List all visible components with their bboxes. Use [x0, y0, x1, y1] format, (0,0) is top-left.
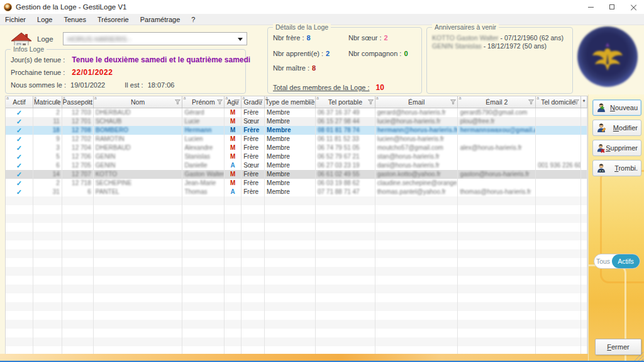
cell-email2: hermannswaxou@gmail.ai — [458, 126, 536, 135]
filter-icon[interactable] — [217, 99, 223, 105]
stat-soeur: Nbr sœur :2 — [348, 34, 388, 42]
action-panel: Nouveau Modifier Supprimer — [588, 94, 644, 362]
cell-email: lucie@horus-harieris.fr — [375, 117, 458, 126]
checkmark-icon: ✓ — [16, 109, 22, 116]
cell-passeport: 12 707 — [62, 170, 94, 179]
column-header-email2[interactable]: aÉmail 2 — [458, 96, 536, 108]
menu-item-loge[interactable]: Loge — [31, 15, 58, 24]
column-header-prenom[interactable]: aPrénom — [182, 96, 225, 108]
modifier-button[interactable]: Modifier — [592, 120, 641, 136]
column-header-type[interactable]: aType de membre — [265, 96, 316, 108]
cell-actif[interactable]: ✓ — [6, 144, 33, 152]
search-icon[interactable] — [55, 99, 60, 105]
menu-item-tenues[interactable]: Tenues — [58, 15, 92, 24]
cell-tel: 06 11 81 52 33 — [316, 135, 375, 144]
cell-email: hermann@horus-harieris.fr — [375, 126, 458, 135]
menu-item-help[interactable]: ? — [186, 15, 201, 24]
cell-actif[interactable]: ✓ — [6, 161, 33, 170]
table-row[interactable]: ✓212 703DHERBAUDGérardMFrèreMembre06 37 … — [6, 108, 587, 117]
cell-actif[interactable]: ✓ — [6, 170, 33, 179]
empty-table-row — [6, 302, 587, 311]
column-header-tel[interactable]: aTel portable — [316, 96, 375, 108]
table-row[interactable]: ✓512 706GENINStanislasMFrèreMembre06 52 … — [6, 152, 587, 161]
empty-table-row — [6, 276, 587, 285]
menu-item-tresorerie[interactable]: Trésorerie — [92, 15, 135, 24]
empty-table-row — [6, 320, 587, 329]
cell-actif[interactable]: ✓ — [6, 152, 33, 161]
menu-item-parametrage[interactable]: Paramétrage — [135, 15, 186, 24]
stat-apprenti: Nbr apprenti(e) :2 — [273, 50, 330, 57]
cell-grade: Frère — [242, 188, 265, 196]
cell-star — [581, 126, 587, 135]
cell-nom: SCHAUB — [94, 117, 183, 126]
cell-tel: 06 74 79 51 05 — [316, 144, 375, 152]
search-icon[interactable] — [86, 99, 92, 105]
filter-icon[interactable] — [308, 99, 314, 105]
table-row[interactable]: ✓316PANTELThomasAFrèreMembre07 71 88 71 … — [6, 188, 587, 196]
cell-grade: Frère — [242, 179, 265, 188]
menu-item-fichier[interactable]: Fichier — [0, 15, 31, 24]
anniversaire-item: KOTTO Gaston Walter - 07/12/1960 (62 ans… — [432, 34, 564, 42]
empty-table-row — [6, 223, 587, 232]
cell-tel: 06 61 02 49 55 — [316, 170, 375, 179]
heure-value: 18:07:06 — [148, 81, 175, 89]
column-header-email[interactable]: aÉmail — [375, 96, 458, 108]
table-row[interactable]: ✓612 705GENINDanielleASœurMembre06 27 03… — [6, 161, 587, 170]
column-header-matricule[interactable]: aMatricule — [33, 96, 62, 108]
table-row[interactable]: ✓1812 708BOMBEROHermannMFrèreMembre08 01… — [6, 126, 587, 135]
filter-icon[interactable] — [450, 99, 456, 105]
filter-actifs-option[interactable]: Actifs — [612, 254, 640, 268]
filter-icon[interactable] — [175, 99, 180, 105]
filter-toggle: Tous Actifs — [594, 254, 640, 269]
column-header-teldom[interactable]: aTel domicile — [536, 96, 581, 108]
loge-combobox[interactable]: HORUS HARIERIS - — [63, 32, 247, 45]
cell-actif[interactable]: ✓ — [6, 179, 33, 188]
cell-matricule: 9 — [33, 135, 62, 144]
cell-grade: Frère — [242, 144, 265, 152]
column-header-nom[interactable]: aNom — [94, 96, 183, 108]
filter-tous-option[interactable]: Tous — [594, 254, 612, 268]
cell-tel: 06 15 27 98 44 — [316, 117, 375, 126]
cell-actif[interactable]: ✓ — [6, 135, 33, 144]
column-header-star[interactable]: * — [581, 96, 587, 108]
empty-table-row — [6, 311, 587, 320]
cell-actif[interactable]: ✓ — [6, 188, 33, 196]
cell-nom: RAMOTIN — [94, 135, 183, 144]
total-membres: Total des membres de la Loge :10 — [273, 83, 384, 92]
table-row[interactable]: ✓312 704DHERBAUDAlexandreMFrèreMembre06 … — [6, 144, 587, 152]
filter-icon[interactable] — [368, 99, 374, 105]
cell-actif[interactable]: ✓ — [6, 126, 33, 135]
filter-icon[interactable] — [234, 99, 240, 105]
jour-tenue-value: Tenue le deuxième samedi et le quatrième… — [72, 55, 250, 64]
column-header-actif[interactable]: aActif — [6, 96, 33, 108]
filter-icon[interactable] — [574, 99, 579, 105]
table-header-row: aActifaMatriculeaPasseportaNomaPrénomaAg… — [6, 96, 587, 108]
cell-email2 — [458, 161, 536, 170]
filter-icon[interactable] — [528, 99, 534, 105]
lodge-logo — [577, 26, 638, 87]
fermer-button[interactable]: Fermer — [595, 339, 641, 355]
cell-actif[interactable]: ✓ — [6, 117, 33, 126]
column-header-age[interactable]: aAge — [225, 96, 242, 108]
cell-teldom — [536, 126, 581, 135]
table-row[interactable]: ✓1412 707KOTTOGaston WalterMFrèreMembre0… — [6, 170, 587, 179]
supprimer-button[interactable]: Supprimer — [592, 140, 641, 156]
table-row[interactable]: ✓212 718SECHEPINEJean-MarieMFrèreMembre0… — [6, 179, 587, 188]
maximize-icon — [609, 4, 614, 9]
trombi-button[interactable]: Trombi. — [592, 160, 641, 176]
title-bar: Gestion de la Loge - GestiLoge V1 — [0, 0, 644, 14]
minimize-button[interactable] — [580, 0, 601, 14]
empty-table-row — [6, 329, 587, 337]
cell-actif[interactable]: ✓ — [6, 108, 33, 117]
table-row[interactable]: ✓912 702RAMOTINLucienMFrèreMembre06 11 8… — [6, 135, 587, 144]
trombinoscope-icon — [596, 163, 607, 174]
table-row[interactable]: ✓1112 701SCHAUBLucieMSœurMembre06 15 27 … — [6, 117, 587, 126]
column-header-passeport[interactable]: aPasseport — [62, 96, 94, 108]
maximize-button[interactable] — [601, 0, 623, 14]
filter-icon[interactable] — [257, 99, 263, 105]
column-header-grade[interactable]: aGrade — [242, 96, 265, 108]
cell-tel: 06 27 03 23 19 — [316, 161, 375, 170]
nouveau-button[interactable]: Nouveau — [592, 99, 641, 116]
close-button[interactable] — [623, 0, 644, 14]
cell-passeport: 12 706 — [62, 152, 94, 161]
